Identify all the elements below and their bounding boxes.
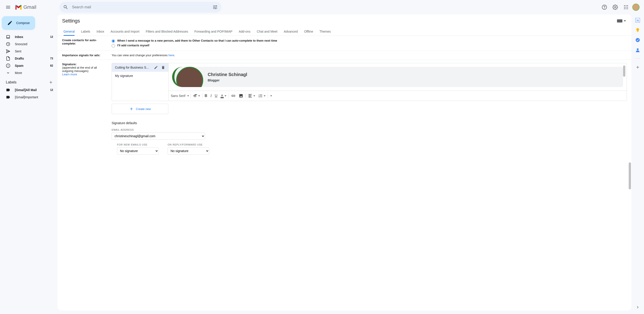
gmail-logo[interactable]: Gmail — [14, 4, 36, 10]
tab-advanced[interactable]: Advanced — [280, 28, 301, 36]
label-item[interactable]: [Gmail]All Mail12 — [0, 86, 56, 94]
gmail-icon — [15, 5, 22, 10]
contacts-app-button[interactable] — [636, 48, 640, 52]
more-icon — [6, 71, 10, 75]
reply-forward-label: ON REPLY/FORWARD USE — [168, 143, 209, 146]
nav-count: 82 — [50, 64, 53, 67]
search-options-button[interactable] — [210, 3, 220, 12]
settings-tabs: GeneralLabelsInboxAccounts and ImportFil… — [58, 28, 632, 36]
tab-themes[interactable]: Themes — [316, 28, 334, 36]
signature-item-name: Cutting for Business S... — [115, 66, 152, 69]
new-emails-label: FOR NEW EMAILS USE — [117, 143, 159, 146]
input-tools-button[interactable] — [617, 19, 626, 22]
sidebar-item-more[interactable]: More — [0, 69, 56, 76]
svg-point-10 — [626, 8, 626, 9]
pencil-icon — [7, 20, 12, 26]
tab-accounts-and-import[interactable]: Accounts and Import — [107, 28, 142, 36]
font-size-button[interactable] — [192, 93, 201, 99]
svg-point-9 — [624, 8, 625, 9]
label-icon — [6, 88, 10, 92]
side-panel: 31 — [632, 14, 644, 314]
sent-icon — [6, 49, 10, 54]
contacts-auto-radio[interactable] — [112, 39, 115, 43]
tasks-icon — [636, 38, 640, 42]
tasks-app-button[interactable] — [636, 38, 640, 42]
italic-button[interactable]: I — [210, 93, 212, 99]
tab-forwarding-and-pop/imap[interactable]: Forwarding and POP/IMAP — [191, 28, 236, 36]
search-button[interactable] — [61, 3, 70, 12]
collapse-panel-button[interactable] — [636, 305, 640, 310]
search-input[interactable] — [70, 5, 210, 9]
email-address-select[interactable]: christineschinagl@gmail.com — [112, 132, 205, 140]
link-button[interactable] — [230, 93, 236, 99]
signature-learn-more-link[interactable]: Learn more — [62, 73, 77, 76]
apps-button[interactable] — [622, 3, 630, 12]
keep-app-button[interactable] — [636, 28, 640, 32]
svg-point-4 — [626, 5, 626, 6]
tab-filters-and-blocked-addresses[interactable]: Filters and Blocked Addresses — [143, 28, 191, 36]
main-scrollbar[interactable] — [629, 162, 631, 190]
signature-item-selected[interactable]: Cutting for Business S... — [112, 63, 168, 72]
align-button[interactable] — [247, 93, 256, 99]
edit-icon[interactable] — [154, 66, 158, 70]
tab-inbox[interactable]: Inbox — [94, 28, 107, 36]
sidebar-item-snoozed[interactable]: Snoozed — [0, 40, 56, 48]
tab-labels[interactable]: Labels — [78, 28, 94, 36]
account-avatar[interactable] — [632, 4, 640, 11]
label-item[interactable]: [Gmail]Important — [0, 94, 56, 101]
dropdown-icon — [264, 95, 266, 96]
sidebar-item-drafts[interactable]: Drafts73 — [0, 55, 56, 62]
list-button[interactable] — [258, 93, 266, 99]
bold-button[interactable]: B — [204, 93, 208, 99]
signature-preview-name: Christine Schinagl — [208, 72, 247, 77]
tab-chat-and-meet[interactable]: Chat and Meet — [254, 28, 280, 36]
contacts-auto-label: When I send a message to a new person, a… — [117, 39, 277, 42]
add-app-button[interactable] — [636, 65, 640, 70]
settings-button[interactable] — [611, 3, 620, 12]
tab-add-ons[interactable]: Add-ons — [236, 28, 254, 36]
signature-item-name: My signature — [115, 74, 165, 78]
new-emails-select[interactable]: No signature — [117, 147, 159, 154]
tab-general[interactable]: General — [60, 28, 78, 36]
nav-label: [Gmail]All Mail — [15, 88, 46, 92]
email-address-label: EMAIL ADDRESS — [112, 128, 627, 131]
delete-icon[interactable] — [161, 66, 165, 70]
underline-button[interactable]: U — [214, 93, 218, 99]
sidebar-item-sent[interactable]: Sent — [0, 48, 56, 55]
contacts-icon — [636, 48, 640, 52]
nav-label: Drafts — [15, 57, 46, 60]
svg-point-5 — [627, 5, 628, 6]
reply-forward-select[interactable]: No signature — [168, 147, 209, 154]
calendar-app-button[interactable]: 31 — [636, 18, 640, 22]
contacts-manual-label: I'll add contacts myself — [117, 44, 150, 47]
preview-scrollbar[interactable] — [623, 66, 625, 77]
list-icon — [258, 94, 263, 98]
compose-button[interactable]: Compose — [2, 16, 35, 30]
main-menu-button[interactable] — [3, 2, 14, 12]
sidebar: Compose Inbox12SnoozedSentDrafts73Spam82… — [0, 14, 58, 314]
ads-here-link[interactable]: here — [168, 54, 174, 57]
sidebar-item-inbox[interactable]: Inbox12 — [0, 33, 56, 40]
signature-item[interactable]: My signature — [112, 72, 168, 80]
image-button[interactable] — [238, 93, 244, 99]
svg-point-8 — [627, 7, 628, 8]
page-title: Settings — [62, 18, 80, 24]
help-icon — [602, 4, 607, 10]
plus-icon — [129, 106, 134, 111]
more-formatting-button[interactable] — [269, 94, 273, 98]
text-size-icon — [193, 94, 197, 98]
text-color-button[interactable]: A — [220, 93, 227, 99]
apps-icon — [623, 4, 629, 10]
signature-avatar — [176, 67, 203, 87]
ads-text: You can view and change your preferences — [112, 54, 168, 57]
tab-offline[interactable]: Offline — [301, 28, 316, 36]
add-label-button[interactable] — [48, 79, 54, 86]
create-new-signature-button[interactable]: Create new — [112, 104, 168, 114]
contacts-label: Create contacts for auto-complete: — [62, 38, 97, 45]
dropdown-icon — [198, 95, 200, 96]
contacts-manual-radio[interactable] — [112, 44, 115, 48]
signature-preview[interactable]: Christine Schinagl Blogger — [168, 63, 627, 91]
sidebar-item-spam[interactable]: Spam82 — [0, 62, 56, 69]
font-selector[interactable]: Sans Serif — [171, 94, 189, 98]
support-button[interactable] — [600, 3, 609, 12]
